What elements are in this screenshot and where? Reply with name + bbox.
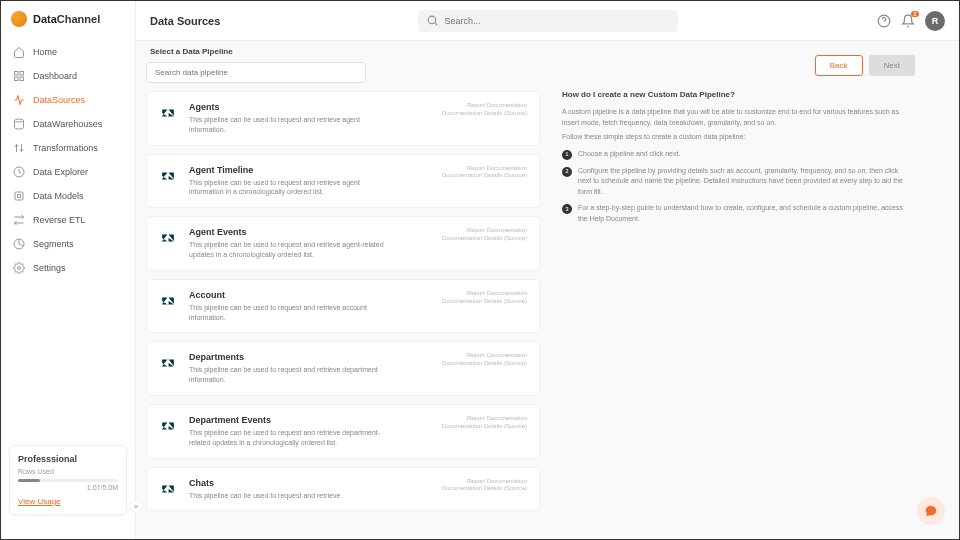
- svg-rect-2: [15, 77, 19, 81]
- avatar[interactable]: R: [925, 11, 945, 31]
- brand-logo[interactable]: DataChannel: [1, 1, 135, 41]
- wizard-buttons: Back Next: [560, 55, 945, 76]
- plan-usage-bar: [18, 479, 118, 482]
- help-icon[interactable]: [877, 14, 891, 28]
- nav-label: Data Models: [33, 191, 84, 201]
- nav-datawarehouses[interactable]: DataWarehouses: [5, 113, 131, 135]
- zendesk-icon: [159, 229, 177, 247]
- reverse-etl-icon: [13, 214, 25, 226]
- dashboard-icon: [13, 70, 25, 82]
- pipeline-title: Agents: [189, 102, 430, 112]
- svg-rect-6: [15, 192, 23, 200]
- plan-rows-label: Rows Used: [18, 468, 118, 475]
- pipeline-card[interactable]: ChatsThis pipeline can be used to reques…: [146, 467, 540, 512]
- nav-label: Dashboard: [33, 71, 77, 81]
- global-search[interactable]: [418, 10, 678, 32]
- nav-segments[interactable]: Segments: [5, 233, 131, 255]
- help-panel: How do I create a new Custom Data Pipeli…: [560, 90, 945, 224]
- step-text: Choose a pipeline and click next.: [578, 149, 680, 160]
- pipeline-title: Account: [189, 290, 430, 300]
- pipeline-desc: This pipeline can be used to request and…: [189, 428, 389, 448]
- plan-rows-value: 1.07/5.0M: [18, 484, 118, 491]
- nav-models[interactable]: Data Models: [5, 185, 131, 207]
- step-text: Configure the pipeline by providing deta…: [578, 166, 905, 198]
- nav-settings[interactable]: Settings: [5, 257, 131, 279]
- svg-point-8: [18, 267, 21, 270]
- pipeline-title: Agent Timeline: [189, 165, 430, 175]
- pipeline-desc: This pipeline can be used to request and…: [189, 303, 389, 323]
- pipeline-desc: This pipeline can be used to request and…: [189, 115, 389, 135]
- nav-reverse-etl[interactable]: Reverse ETL: [5, 209, 131, 231]
- nav-label: Segments: [33, 239, 74, 249]
- nav-transformations[interactable]: Transformations: [5, 137, 131, 159]
- page-title: Data Sources: [150, 15, 220, 27]
- search-icon: [426, 14, 439, 28]
- pipeline-card[interactable]: Agent EventsThis pipeline can be used to…: [146, 216, 540, 271]
- step-number: 1: [562, 150, 572, 160]
- svg-point-4: [15, 119, 24, 122]
- pipeline-card[interactable]: Agent TimelineThis pipeline can be used …: [146, 154, 540, 209]
- brand-name: DataChannel: [33, 13, 100, 25]
- settings-icon: [13, 262, 25, 274]
- pipeline-card[interactable]: Department EventsThis pipeline can be us…: [146, 404, 540, 459]
- search-input[interactable]: [444, 16, 669, 26]
- back-button[interactable]: Back: [815, 55, 863, 76]
- brand-logo-icon: [11, 11, 27, 27]
- pipeline-meta: Report DocumentationDocumentation Detail…: [442, 165, 527, 181]
- zendesk-icon: [159, 292, 177, 310]
- notification-badge: 2: [911, 11, 919, 17]
- next-button[interactable]: Next: [869, 55, 915, 76]
- svg-rect-1: [20, 72, 24, 76]
- zendesk-icon: [159, 417, 177, 435]
- nav-list: Home Dashboard DataSources DataWarehouse…: [1, 41, 135, 279]
- notification-icon[interactable]: 2: [901, 14, 915, 28]
- pipeline-desc: This pipeline can be used to request and…: [189, 178, 389, 198]
- pipeline-meta: Report DocumentationDocumentation Detail…: [442, 102, 527, 118]
- models-icon: [13, 190, 25, 202]
- zendesk-icon: [159, 167, 177, 185]
- section-label: Select a Data Pipeline: [150, 47, 546, 56]
- segments-icon: [13, 238, 25, 250]
- pipeline-meta: Report DocumentationDocumentation Detail…: [442, 352, 527, 368]
- chat-fab[interactable]: [917, 497, 945, 525]
- chat-icon: [924, 504, 938, 518]
- svg-rect-0: [15, 72, 19, 76]
- nav-datasources[interactable]: DataSources: [5, 89, 131, 111]
- pipeline-title: Departments: [189, 352, 430, 362]
- help-title: How do I create a new Custom Data Pipeli…: [562, 90, 905, 99]
- pipeline-search-input[interactable]: [146, 62, 366, 83]
- pipeline-title: Department Events: [189, 415, 430, 425]
- pipeline-title: Chats: [189, 478, 430, 488]
- pipeline-card[interactable]: AgentsThis pipeline can be used to reque…: [146, 91, 540, 146]
- nav-label: DataSources: [33, 95, 85, 105]
- help-step: 1Choose a pipeline and click next.: [562, 149, 905, 160]
- zendesk-icon: [159, 354, 177, 372]
- pipeline-desc: This pipeline can be used to request and…: [189, 491, 389, 501]
- pipeline-desc: This pipeline can be used to request and…: [189, 240, 389, 260]
- warehouse-icon: [13, 118, 25, 130]
- zendesk-icon: [159, 104, 177, 122]
- pipeline-card[interactable]: DepartmentsThis pipeline can be used to …: [146, 341, 540, 396]
- svg-point-9: [428, 16, 436, 24]
- help-intro: A custom pipeline is a data pipeline tha…: [562, 107, 905, 128]
- view-usage-link[interactable]: View Usage: [18, 497, 118, 506]
- zendesk-icon: [159, 480, 177, 498]
- transform-icon: [13, 142, 25, 154]
- help-steps: 1Choose a pipeline and click next.2Confi…: [562, 149, 905, 225]
- help-step: 3For a step-by-step guide to understand …: [562, 203, 905, 224]
- pipeline-meta: Report DocumentationDocumentation Detail…: [442, 290, 527, 306]
- nav-home[interactable]: Home: [5, 41, 131, 63]
- pipeline-title: Agent Events: [189, 227, 430, 237]
- nav-label: Settings: [33, 263, 66, 273]
- nav-dashboard[interactable]: Dashboard: [5, 65, 131, 87]
- pipeline-card[interactable]: AccountThis pipeline can be used to requ…: [146, 279, 540, 334]
- pipeline-meta: Report DocumentationDocumentation Detail…: [442, 415, 527, 431]
- pipeline-list[interactable]: AgentsThis pipeline can be used to reque…: [146, 91, 546, 533]
- nav-label: Transformations: [33, 143, 98, 153]
- help-step: 2Configure the pipeline by providing det…: [562, 166, 905, 198]
- help-sub: Follow these simple steps to create a cu…: [562, 132, 905, 143]
- header: Data Sources 2 R: [136, 1, 959, 41]
- pipeline-desc: This pipeline can be used to request and…: [189, 365, 389, 385]
- plan-box: Professsional Rows Used 1.07/5.0M View U…: [9, 445, 127, 515]
- nav-explorer[interactable]: Data Explorer: [5, 161, 131, 183]
